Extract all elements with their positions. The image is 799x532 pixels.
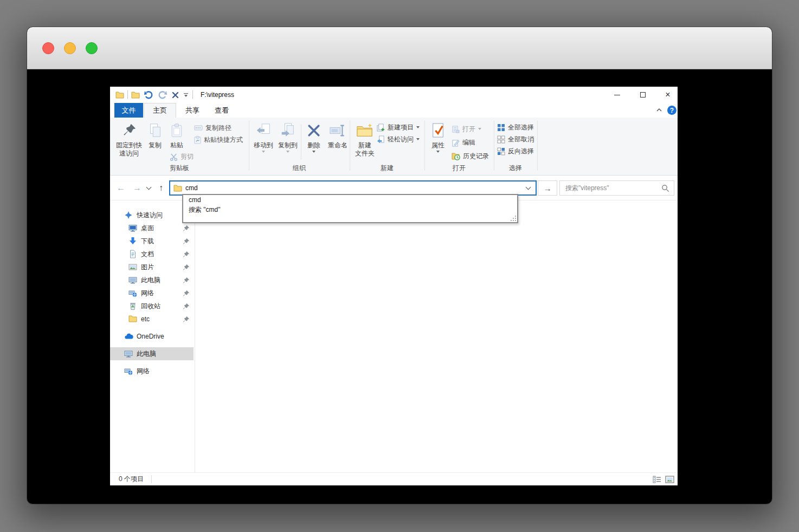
search-input[interactable] [560, 184, 661, 192]
sidebar-item-network-quick[interactable]: 网络 [110, 287, 194, 300]
folder-icon[interactable] [115, 91, 124, 99]
tab-share[interactable]: 共享 [178, 103, 207, 118]
recycle-bin-icon [128, 302, 137, 310]
group-label-open: 打开 [424, 164, 494, 173]
copy-path-button[interactable]: 复制路径 [194, 122, 231, 133]
large-icons-view-button[interactable] [664, 475, 675, 484]
customize-toolbar-icon[interactable] [184, 93, 188, 97]
address-dropdown-chevron-icon[interactable] [526, 184, 531, 190]
resize-grip-icon[interactable] [510, 215, 517, 222]
toolbar-separator [127, 90, 128, 99]
easy-access-button[interactable]: 轻松访问 [377, 134, 420, 145]
window-title-path: F:\vitepress [201, 91, 234, 99]
folder-icon [128, 315, 137, 323]
copy-to-button[interactable]: 复制到 [276, 120, 300, 153]
paste-shortcut-icon [194, 136, 201, 144]
rename-icon [329, 120, 346, 141]
group-divider [537, 121, 538, 171]
sidebar-item-etc[interactable]: etc [110, 313, 194, 326]
picture-icon [128, 263, 137, 271]
open-button[interactable]: 打开 [452, 124, 481, 134]
up-icon[interactable]: ↑ [154, 181, 167, 194]
recent-locations-chevron-icon[interactable] [144, 181, 153, 194]
help-icon[interactable]: ? [667, 106, 676, 115]
delete-qat-icon[interactable] [172, 92, 179, 99]
pin-icon [183, 238, 190, 245]
sidebar-item-onedrive[interactable]: OneDrive [110, 330, 194, 343]
file-list-empty-area[interactable] [196, 200, 678, 472]
download-arrow-icon [128, 237, 137, 245]
sidebar-item-documents[interactable]: 文档 [110, 248, 194, 261]
toolbar-separator [192, 90, 193, 99]
group-label-new: 新建 [350, 164, 424, 173]
properties-button[interactable]: 属性 [428, 120, 448, 153]
search-box[interactable] [559, 180, 674, 196]
pin-icon [183, 303, 190, 310]
invert-selection-icon [497, 147, 505, 155]
close-button[interactable]: × [656, 87, 680, 103]
folder-icon [173, 184, 182, 192]
sidebar-item-downloads[interactable]: 下载 [110, 235, 194, 248]
select-all-button[interactable]: 全部选择 [497, 122, 534, 133]
move-to-button[interactable]: 移动到 [252, 120, 275, 153]
undo-icon[interactable] [144, 90, 153, 99]
status-divider [151, 475, 152, 483]
macos-window: F:\vitepress × 文件 主页 共享 查看 ? 固定到快 [27, 27, 772, 504]
tab-file[interactable]: 文件 [114, 103, 143, 118]
chevron-down-icon [286, 151, 289, 153]
zoom-traffic-light-icon[interactable] [86, 42, 98, 54]
select-none-button[interactable]: 全部取消 [497, 134, 534, 145]
redo-icon[interactable] [158, 90, 167, 99]
sidebar-item-this-pc-quick[interactable]: 此电脑 [110, 274, 194, 287]
minimize-button[interactable] [605, 87, 629, 103]
go-to-button[interactable]: → [538, 180, 557, 196]
tab-home[interactable]: 主页 [144, 103, 176, 118]
collapse-ribbon-icon[interactable] [655, 106, 664, 115]
explorer-titlebar: F:\vitepress × [110, 87, 678, 103]
minimize-traffic-light-icon[interactable] [64, 42, 76, 54]
close-traffic-light-icon[interactable] [42, 42, 54, 54]
copy-button[interactable]: 复制 [145, 120, 165, 150]
chevron-down-icon [416, 126, 420, 128]
tab-view[interactable]: 查看 [208, 103, 236, 118]
rename-button[interactable]: 重命名 [325, 120, 350, 150]
history-button[interactable]: 历史记录 [452, 151, 489, 161]
select-none-icon [497, 135, 505, 144]
address-bar[interactable] [169, 180, 537, 196]
folder-icon[interactable] [131, 91, 140, 99]
sidebar-item-desktop[interactable]: 桌面 [110, 222, 194, 235]
pin-to-quick-access-button[interactable]: 固定到快 速访问 [113, 120, 145, 158]
chevron-down-icon [262, 151, 265, 153]
new-folder-button[interactable]: 新建 文件夹 [352, 120, 377, 158]
cut-button[interactable]: 剪切 [170, 151, 194, 162]
copy-to-icon [280, 120, 296, 141]
invert-selection-button[interactable]: 反向选择 [497, 146, 534, 157]
forward-icon[interactable]: → [131, 181, 144, 194]
maximize-button[interactable] [631, 87, 655, 103]
sidebar-item-quick-access[interactable]: 快速访问 [110, 209, 194, 222]
paste-shortcut-button[interactable]: 粘贴快捷方式 [194, 134, 243, 145]
new-item-button[interactable]: 新建项目 [377, 122, 420, 133]
suggestion-item-search[interactable]: 搜索 "cmd" [183, 205, 517, 215]
sidebar-item-pictures[interactable]: 图片 [110, 261, 194, 274]
close-icon: × [665, 90, 670, 99]
suggestion-item[interactable]: cmd [183, 195, 517, 205]
computer-icon [124, 349, 133, 358]
search-icon [661, 184, 669, 192]
pin-icon [183, 316, 190, 323]
sidebar-item-network[interactable]: 网络 [110, 365, 194, 378]
edit-button[interactable]: 编辑 [452, 137, 475, 148]
delete-button[interactable]: 删除 [303, 120, 325, 153]
sidebar-item-this-pc[interactable]: 此电脑 [110, 347, 194, 360]
paste-button[interactable]: 粘贴 [166, 120, 188, 150]
group-label-organize: 组织 [249, 164, 350, 173]
address-input[interactable] [185, 184, 526, 192]
select-all-icon [497, 124, 505, 132]
back-icon[interactable]: ← [114, 181, 127, 194]
open-icon [452, 125, 460, 133]
sidebar-item-recycle-bin[interactable]: 回收站 [110, 300, 194, 313]
network-icon [124, 367, 133, 375]
desktop-icon [128, 224, 137, 232]
details-view-button[interactable] [652, 475, 662, 484]
pin-icon [183, 290, 190, 297]
